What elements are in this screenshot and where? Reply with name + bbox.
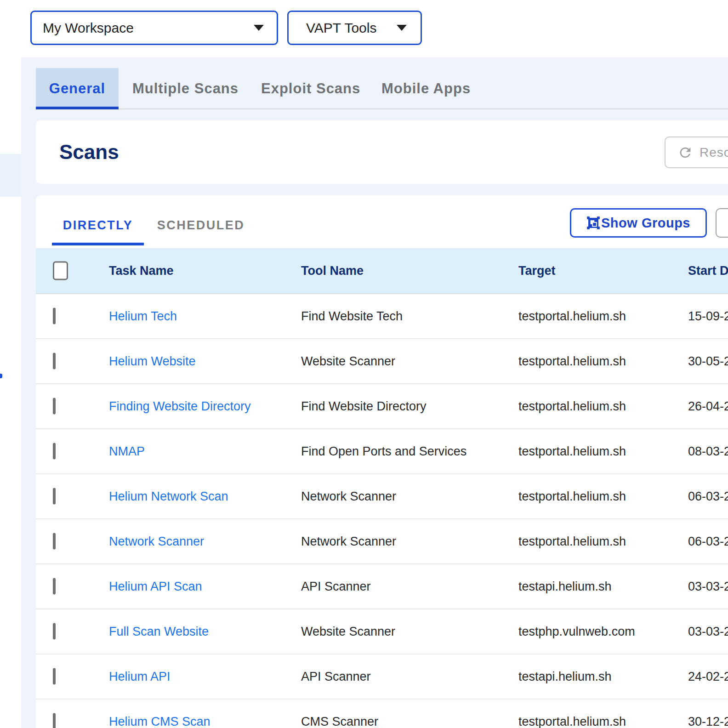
scan-table-body: Helium Tech Find Website Tech testportal… (36, 294, 728, 728)
row-checkbox[interactable] (53, 443, 56, 460)
page-title: Scans (59, 120, 119, 184)
start-date-cell: 30-12-2 (688, 715, 728, 728)
rescan-button-label: Rescan (700, 145, 728, 160)
row-checkbox[interactable] (53, 533, 56, 550)
task-name-link[interactable]: Finding Website Directory (109, 399, 251, 413)
table-header-row: Task Name Tool Name Target Start Date (36, 248, 728, 294)
start-date-cell: 03-03-2 (688, 625, 728, 639)
tab-scheduled[interactable]: SCHEDULED (152, 208, 250, 243)
task-name-link[interactable]: Helium Network Scan (109, 489, 228, 503)
row-checkbox[interactable] (53, 488, 56, 505)
table-row: Helium CMS Scan CMS Scanner testportal.h… (36, 700, 728, 728)
table-row: Helium API Scan API Scanner testapi.heli… (36, 564, 728, 609)
tool-name-cell: API Scanner (301, 580, 371, 594)
table-row: Helium Network Scan Network Scanner test… (36, 474, 728, 519)
table-row: Helium Website Website Scanner testporta… (36, 339, 728, 384)
target-cell: testportal.helium.sh (518, 715, 626, 728)
tool-name-cell: API Scanner (301, 670, 371, 684)
column-header-target: Target (518, 264, 556, 278)
start-date-cell: 03-03-2 (688, 580, 728, 594)
table-row: Full Scan Website Website Scanner testph… (36, 609, 728, 654)
tool-name-cell: Website Scanner (301, 625, 395, 639)
row-checkbox[interactable] (53, 578, 56, 595)
task-name-link[interactable]: Helium Tech (109, 309, 177, 323)
show-groups-button[interactable]: Show Groups (570, 208, 707, 238)
task-name-link[interactable]: Helium CMS Scan (109, 715, 210, 728)
table-row: Network Scanner Network Scanner testport… (36, 519, 728, 564)
tab-bar-divider (119, 108, 728, 109)
start-date-cell: 26-04-2 (688, 399, 728, 414)
target-cell: testportal.helium.sh (518, 309, 626, 324)
tab-directly[interactable]: DIRECTLY (52, 208, 144, 243)
row-checkbox[interactable] (53, 623, 56, 640)
vapt-tools-selector[interactable]: VAPT Tools (287, 11, 422, 45)
tool-name-cell: Network Scanner (301, 535, 396, 549)
show-groups-label: Show Groups (601, 216, 690, 231)
select-all-checkbox[interactable] (53, 262, 68, 280)
target-cell: testapi.helium.sh (518, 580, 612, 594)
target-cell: testportal.helium.sh (518, 535, 626, 549)
active-view-tab-underline (52, 243, 144, 245)
left-margin-block (0, 154, 21, 197)
group-icon (586, 216, 600, 230)
start-date-cell: 30-05-2 (688, 354, 728, 369)
left-edge-marker (0, 374, 2, 378)
scans-panel: Scans Rescan (36, 120, 728, 184)
row-checkbox[interactable] (53, 713, 56, 728)
active-tab-underline (36, 107, 119, 109)
tool-name-cell: Find Open Ports and Services (301, 444, 466, 459)
target-cell: testportal.helium.sh (518, 489, 626, 504)
start-date-cell: 24-02-2 (688, 670, 728, 684)
start-date-cell: 06-03-2 (688, 535, 728, 549)
task-name-link[interactable]: Helium Website (109, 354, 196, 368)
task-name-link[interactable]: Helium API Scan (109, 580, 202, 593)
tab-mobile-apps[interactable]: Mobile Apps (381, 68, 471, 109)
tool-name-cell: Website Scanner (301, 354, 395, 369)
target-cell: testportal.helium.sh (518, 354, 626, 369)
start-date-cell: 06-03-2 (688, 489, 728, 504)
tool-name-cell: CMS Scanner (301, 715, 378, 728)
task-name-link[interactable]: Network Scanner (109, 535, 204, 548)
chevron-down-icon (254, 25, 264, 31)
task-name-link[interactable]: NMAP (109, 444, 145, 458)
row-checkbox[interactable] (53, 353, 56, 370)
task-name-link[interactable]: Full Scan Website (109, 625, 209, 638)
task-name-link[interactable]: Helium API (109, 670, 171, 683)
column-header-tool-name: Tool Name (301, 264, 364, 278)
tool-name-cell: Find Website Tech (301, 309, 403, 324)
chevron-down-icon (397, 25, 407, 31)
row-checkbox[interactable] (53, 308, 56, 324)
tab-general[interactable]: General (36, 68, 119, 109)
clipped-right-button[interactable] (716, 208, 728, 238)
scan-list-panel: DIRECTLY SCHEDULED Show Groups Task Name… (36, 195, 728, 728)
top-bar: My Workspace VAPT Tools (0, 0, 728, 57)
tab-multiple-scans[interactable]: Multiple Scans (132, 68, 239, 109)
target-cell: testportal.helium.sh (518, 399, 626, 414)
start-date-cell: 15-09-2 (688, 309, 728, 324)
table-row: Finding Website Directory Find Website D… (36, 384, 728, 429)
column-header-start-date: Start Date (688, 264, 728, 278)
column-header-task-name: Task Name (109, 264, 174, 278)
row-checkbox[interactable] (53, 398, 56, 415)
refresh-icon (677, 145, 693, 160)
workspace-selector[interactable]: My Workspace (30, 11, 278, 45)
target-cell: testphp.vulnweb.com (518, 625, 635, 639)
vapt-tools-selector-value: VAPT Tools (306, 20, 376, 36)
table-row: Helium API API Scanner testapi.helium.sh… (36, 654, 728, 700)
tab-exploit-scans[interactable]: Exploit Scans (261, 68, 360, 109)
target-cell: testapi.helium.sh (518, 670, 612, 684)
table-row: NMAP Find Open Ports and Services testpo… (36, 429, 728, 474)
table-row: Helium Tech Find Website Tech testportal… (36, 294, 728, 339)
tool-name-cell: Network Scanner (301, 489, 396, 504)
target-cell: testportal.helium.sh (518, 444, 626, 459)
row-checkbox[interactable] (53, 668, 56, 685)
rescan-button[interactable]: Rescan (665, 136, 728, 168)
start-date-cell: 08-03-2 (688, 444, 728, 459)
tool-name-cell: Find Website Directory (301, 399, 427, 414)
workspace-selector-value: My Workspace (43, 20, 134, 36)
